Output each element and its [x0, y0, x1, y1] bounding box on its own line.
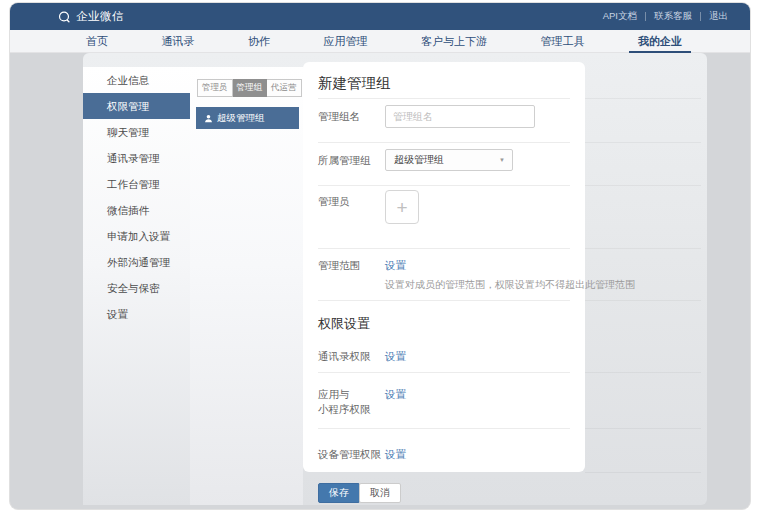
sidebar-item-security[interactable]: 安全与保密: [83, 275, 190, 301]
device-permission-set-link[interactable]: 设置: [385, 448, 406, 462]
nav-contacts[interactable]: 通讯录: [162, 30, 195, 53]
background-divider: [585, 185, 701, 186]
form-title: 新建管理组: [318, 74, 391, 93]
app-permission-label-line1: 应用与: [318, 388, 350, 402]
sidebar-item-workbench-management[interactable]: 工作台管理: [83, 171, 190, 197]
divider: [318, 98, 570, 99]
device-permission-label: 设备管理权限: [318, 448, 381, 462]
api-docs-link[interactable]: API文档: [595, 10, 645, 23]
divider: [318, 185, 570, 186]
scope-set-link[interactable]: 设置: [385, 259, 406, 273]
group-list-item-super-admin[interactable]: 超级管理组: [196, 107, 299, 129]
cancel-button[interactable]: 取消: [359, 483, 401, 503]
nav-home[interactable]: 首页: [86, 30, 108, 53]
contact-support-link[interactable]: 联系客服: [646, 10, 700, 23]
tab-agent-operation[interactable]: 代运营: [267, 79, 302, 97]
background-divider: [585, 472, 701, 473]
nav-admin-tools[interactable]: 管理工具: [541, 30, 585, 53]
sidebar-item-contacts-management[interactable]: 通讯录管理: [83, 145, 190, 171]
contacts-permission-set-link[interactable]: 设置: [385, 350, 406, 364]
group-name-input[interactable]: [385, 105, 535, 128]
background-divider: [585, 98, 701, 99]
save-button[interactable]: 保存: [318, 483, 360, 503]
add-admin-button[interactable]: +: [385, 190, 419, 224]
content-area: 企业信息 权限管理 聊天管理 通讯录管理 工作台管理 微信插件 申请加入设置 外…: [10, 53, 750, 509]
background-divider: [585, 428, 701, 429]
sidebar-item-company-info[interactable]: 企业信息: [83, 67, 190, 93]
new-group-form-card: 新建管理组 管理组名 所属管理组 超级管理组 ▼ 管理员 + 管理范围 设置 设…: [303, 62, 585, 472]
sidebar-item-join-settings[interactable]: 申请加入设置: [83, 223, 190, 249]
nav-customers[interactable]: 客户与上下游: [421, 30, 487, 53]
sidebar-item-wechat-plugin[interactable]: 微信插件: [83, 197, 190, 223]
divider: [318, 248, 570, 249]
app-permission-set-link[interactable]: 设置: [385, 388, 406, 402]
contacts-permission-label: 通讯录权限: [318, 350, 371, 364]
background-divider: [585, 372, 701, 373]
background-divider: [585, 142, 701, 143]
app-window: 企业微信 API文档 联系客服 退出 首页 通讯录 协作 应用管理 客户与上下游…: [10, 3, 750, 509]
top-bar: 企业微信 API文档 联系客服 退出: [10, 3, 750, 30]
group-tabs: 管理员 管理组 代运营 +: [190, 67, 303, 97]
background-divider: [585, 248, 701, 249]
scope-description: 设置对成员的管理范围，权限设置均不得超出此管理范围: [385, 278, 635, 292]
group-item-label: 超级管理组: [217, 112, 265, 125]
nav-app-management[interactable]: 应用管理: [324, 30, 368, 53]
parent-group-selected-value: 超级管理组: [394, 153, 444, 167]
parent-group-select[interactable]: 超级管理组 ▼: [385, 149, 513, 171]
background-divider: [585, 300, 701, 301]
sidebar-item-external-communication[interactable]: 外部沟通管理: [83, 249, 190, 275]
nav-collaboration[interactable]: 协作: [248, 30, 270, 53]
tab-administrators[interactable]: 管理员: [197, 79, 233, 97]
logout-link[interactable]: 退出: [701, 10, 736, 23]
chevron-down-icon: ▼: [499, 157, 505, 163]
sidebar-item-settings[interactable]: 设置: [83, 301, 190, 327]
sidebar-item-permission-management[interactable]: 权限管理: [83, 93, 190, 119]
group-name-label: 管理组名: [318, 110, 360, 124]
top-links: API文档 联系客服 退出: [595, 10, 736, 23]
admin-group-column: 管理员 管理组 代运营 + 超级管理组: [190, 67, 303, 505]
divider: [318, 142, 570, 143]
main-nav: 首页 通讯录 协作 应用管理 客户与上下游 管理工具 我的企业: [10, 30, 750, 53]
settings-sidebar: 企业信息 权限管理 聊天管理 通讯录管理 工作台管理 微信插件 申请加入设置 外…: [83, 67, 190, 505]
divider: [318, 372, 570, 373]
wechat-work-bubble-icon: [57, 10, 71, 24]
admins-label: 管理员: [318, 195, 350, 209]
permissions-section-title: 权限设置: [318, 315, 370, 333]
parent-group-label: 所属管理组: [318, 154, 371, 168]
scope-label: 管理范围: [318, 259, 360, 273]
brand-name: 企业微信: [76, 9, 124, 24]
nav-my-company[interactable]: 我的企业: [638, 30, 682, 53]
brand-logo: 企业微信: [57, 9, 124, 24]
divider: [318, 300, 570, 301]
divider: [318, 428, 570, 429]
person-icon: [204, 114, 213, 123]
app-permission-label-line2: 小程序权限: [318, 403, 371, 417]
sidebar-item-chat-management[interactable]: 聊天管理: [83, 119, 190, 145]
tab-management-groups[interactable]: 管理组: [233, 79, 268, 97]
